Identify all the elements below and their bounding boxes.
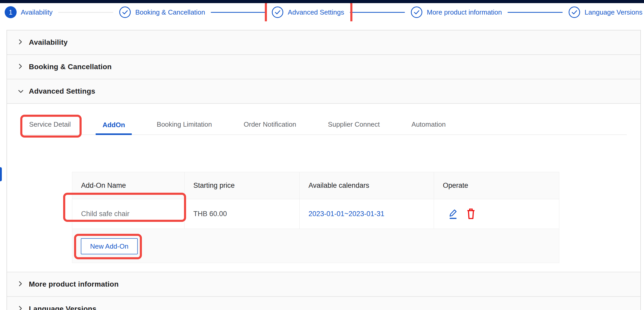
wizard-stepper: 1 Availability Booking & Cancellation Ad… — [0, 3, 644, 21]
step-advanced-settings[interactable]: Advanced Settings — [272, 6, 344, 18]
accordion-section-label: Booking & Cancellation — [29, 63, 112, 71]
tab-label: AddOn — [102, 121, 125, 129]
accordion-section-label: Availability — [29, 38, 68, 47]
table-row: Child safe chair THB 60.00 2023-01-01~20… — [72, 199, 559, 229]
step-label: Booking & Cancellation — [135, 8, 205, 16]
tab-label: Order Notification — [244, 120, 296, 128]
left-edge-pill[interactable] — [0, 167, 2, 181]
col-header-available-calendars: Available calendars — [308, 182, 369, 190]
col-header-addon-name: Add-On Name — [81, 182, 126, 190]
col-header-operate: Operate — [443, 182, 468, 190]
step-availability[interactable]: 1 Availability — [5, 6, 52, 18]
step-connector — [350, 12, 405, 13]
tab-booking-limitation[interactable]: Booking Limitation — [150, 121, 219, 134]
tab-order-notification[interactable]: Order Notification — [237, 121, 303, 134]
tab-service-detail[interactable]: Service Detail — [22, 121, 77, 134]
available-calendars-cell: 2023-01-01~2023-01-31 — [300, 199, 434, 229]
step-more-product-information[interactable]: More product information — [411, 6, 502, 18]
tab-label: Automation — [411, 120, 446, 128]
starting-price-cell: THB 60.00 — [185, 199, 300, 229]
tab-automation[interactable]: Automation — [405, 121, 452, 134]
check-circle-icon — [568, 6, 580, 18]
advanced-settings-tabs: Service Detail AddOn Booking Limitation … — [21, 121, 627, 135]
accordion-section-label: More product information — [29, 280, 119, 288]
tab-supplier-connect[interactable]: Supplier Connect — [321, 121, 386, 134]
chevron-right-icon — [17, 38, 24, 46]
chevron-right-icon — [17, 305, 24, 310]
calendar-range-link[interactable]: 2023-01-01~2023-01-31 — [308, 210, 384, 218]
starting-price-value: THB 60.00 — [193, 210, 227, 218]
step-language-versions[interactable]: Language Versions — [568, 6, 642, 18]
check-circle-icon — [411, 6, 423, 18]
addon-name-value: Child safe chair — [81, 210, 129, 218]
chevron-right-icon — [17, 280, 24, 288]
top-navy-bar — [0, 0, 644, 3]
chevron-down-icon — [16, 88, 24, 95]
step-label: Advanced Settings — [288, 8, 344, 16]
tab-addon[interactable]: AddOn — [96, 121, 132, 135]
step-label: More product information — [427, 8, 502, 16]
step-connector — [508, 12, 563, 13]
tab-label: Booking Limitation — [157, 120, 212, 128]
check-circle-icon — [119, 6, 131, 18]
step-label: Availability — [21, 8, 52, 16]
accordion-section-more-product-information[interactable]: More product information — [7, 272, 640, 297]
accordion-section-availability[interactable]: Availability — [7, 30, 640, 55]
step-number-badge: 1 — [5, 6, 17, 18]
addon-table-header: Add-On Name Starting price Available cal… — [72, 172, 559, 199]
trash-icon[interactable] — [466, 208, 476, 220]
step-booking-cancellation[interactable]: Booking & Cancellation — [119, 6, 205, 18]
accordion-section-language-versions[interactable]: Language Versions — [7, 297, 640, 310]
operate-cell — [434, 199, 559, 229]
step-label: Language Versions — [584, 8, 642, 16]
accordion-section-booking-cancellation[interactable]: Booking & Cancellation — [7, 55, 640, 79]
check-circle-icon — [272, 6, 284, 18]
addon-table: Add-On Name Starting price Available cal… — [72, 172, 559, 263]
advanced-settings-content: Service Detail AddOn Booking Limitation … — [7, 121, 640, 272]
addon-name-cell: Child safe chair — [72, 199, 185, 229]
step-connector — [58, 12, 113, 13]
new-addon-button[interactable]: New Add-On — [81, 238, 138, 254]
tab-label: Service Detail — [29, 120, 71, 128]
accordion-section-label: Advanced Settings — [29, 87, 95, 95]
product-settings-accordion: Availability Booking & Cancellation Adva… — [6, 30, 641, 310]
addon-table-footer: New Add-On — [72, 229, 559, 263]
accordion-section-label: Language Versions — [29, 305, 96, 310]
col-header-starting-price: Starting price — [193, 182, 235, 190]
step-connector — [211, 12, 266, 13]
chevron-right-icon — [17, 63, 24, 71]
tab-label: Supplier Connect — [328, 120, 380, 128]
accordion-section-advanced-settings[interactable]: Advanced Settings — [7, 79, 640, 104]
edit-icon[interactable] — [448, 208, 458, 220]
